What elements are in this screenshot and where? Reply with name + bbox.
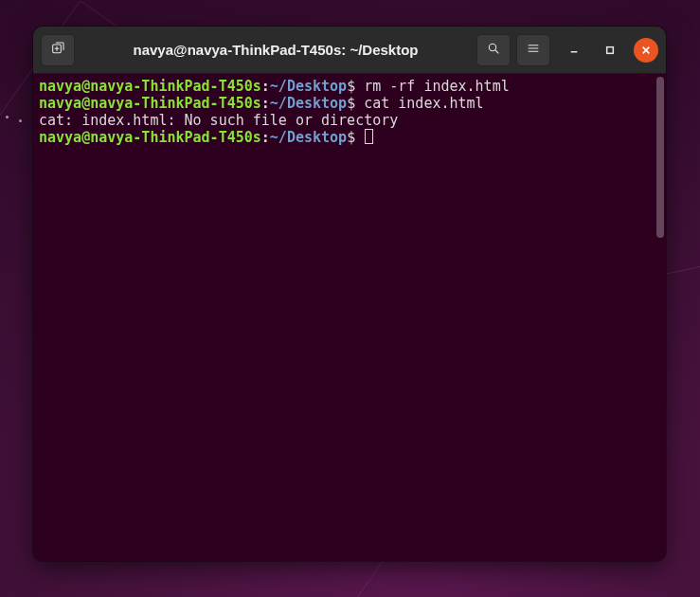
terminal-body[interactable]: navya@navya-ThinkPad-T450s:~/Desktop$ rm… xyxy=(33,74,666,561)
terminal-line-command: navya@navya-ThinkPad-T450s:~/Desktop$ rm… xyxy=(39,78,662,95)
search-button[interactable] xyxy=(476,34,511,66)
titlebar[interactable]: navya@navya-ThinkPad-T450s: ~/Desktop xyxy=(33,27,666,74)
close-icon xyxy=(641,41,651,59)
wallpaper-dot xyxy=(6,116,9,118)
terminal-line-command: navya@navya-ThinkPad-T450s:~/Desktop$ ca… xyxy=(39,95,662,112)
window-title: navya@navya-ThinkPad-T450s: ~/Desktop xyxy=(81,42,471,58)
hamburger-icon xyxy=(526,41,541,60)
cursor xyxy=(365,129,373,144)
new-tab-icon xyxy=(50,41,65,60)
scrollbar-thumb[interactable] xyxy=(656,77,664,238)
terminal-window: navya@navya-ThinkPad-T450s: ~/Desktop xyxy=(33,27,666,561)
minimize-icon xyxy=(569,41,579,59)
new-tab-button[interactable] xyxy=(41,34,75,66)
maximize-icon xyxy=(605,41,615,59)
terminal-line-command: navya@navya-ThinkPad-T450s:~/Desktop$ xyxy=(39,129,662,146)
terminal-output: navya@navya-ThinkPad-T450s:~/Desktop$ rm… xyxy=(39,78,662,146)
menu-button[interactable] xyxy=(516,34,550,66)
terminal-line-output: cat: index.html: No such file or directo… xyxy=(39,112,662,129)
svg-point-1 xyxy=(489,44,495,50)
close-button[interactable] xyxy=(634,38,658,63)
search-icon xyxy=(486,41,501,60)
wallpaper-dot xyxy=(19,119,22,122)
svg-rect-2 xyxy=(607,47,614,54)
maximize-button[interactable] xyxy=(598,38,622,63)
minimize-button[interactable] xyxy=(562,38,586,63)
